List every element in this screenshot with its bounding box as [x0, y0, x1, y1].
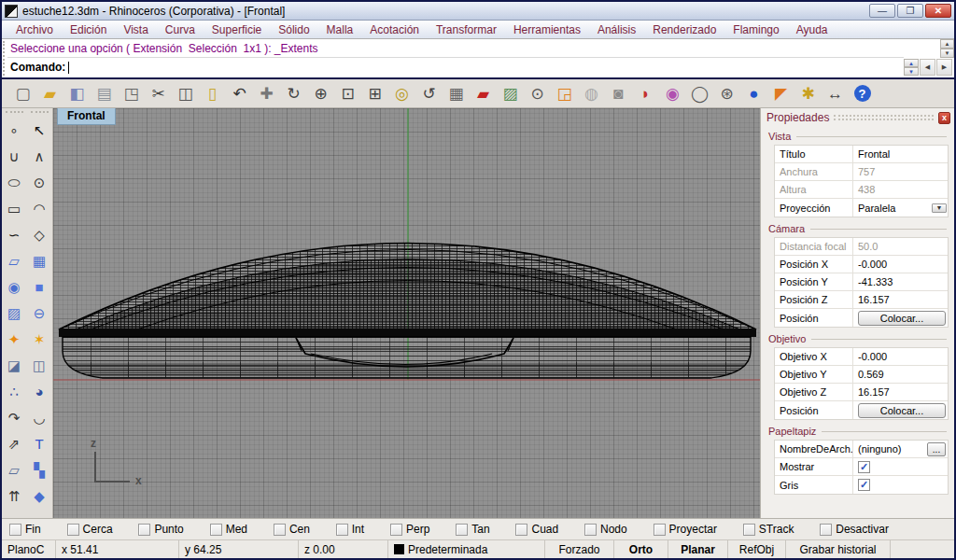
circle-icon[interactable]: ⊙ [27, 169, 51, 195]
mesh-sphere-icon[interactable]: ⊛ [713, 81, 740, 105]
curve-handle-icon[interactable]: ∽ [2, 221, 26, 247]
fillet-icon[interactable]: ✶ [27, 326, 51, 352]
osnap-toggle[interactable]: Cen [274, 523, 310, 536]
freeform-curve-icon[interactable]: ∪ [2, 143, 26, 169]
circle-center-icon[interactable]: ⊙ [524, 81, 551, 105]
trim-icon[interactable]: ◪ [2, 352, 26, 378]
menu-item[interactable]: Análisis [589, 21, 644, 38]
zoom-extents-icon[interactable]: ⊞ [361, 81, 388, 105]
osnap-toggle[interactable]: Med [210, 523, 247, 536]
layer-pane[interactable]: Predeterminada [388, 540, 545, 558]
rotate-view-icon[interactable]: ↻ [280, 81, 307, 105]
sidebar-grip[interactable] [31, 111, 49, 116]
text-icon[interactable]: T [27, 430, 51, 456]
menu-item[interactable]: Ayuda [788, 21, 836, 38]
osnap-toggle[interactable]: Cuad [515, 523, 558, 536]
render-style-icon[interactable]: ◗ [632, 81, 659, 105]
osnap-checkbox[interactable] [654, 524, 666, 536]
curve-edit-icon[interactable]: ↷ [2, 404, 26, 430]
command-nav-left-icon[interactable]: ◀ [920, 59, 935, 76]
red-car-icon[interactable]: ▰ [470, 81, 497, 105]
osnap-checkbox[interactable] [515, 524, 527, 536]
menu-item[interactable]: Malla [318, 21, 362, 38]
mostrar-checkbox[interactable]: ✓ [858, 461, 870, 473]
command-nav-right-icon[interactable]: ▶ [936, 59, 952, 76]
menu-item[interactable]: Herramientas [505, 21, 589, 38]
zoom-in-icon[interactable]: ⊕ [307, 81, 334, 105]
osnap-toggle[interactable]: Int [336, 523, 364, 536]
lamp-icon[interactable]: ◍ [578, 81, 605, 105]
undo-icon[interactable]: ↶ [226, 81, 253, 105]
dimension-icon[interactable]: ↔ [822, 81, 849, 105]
paste-clipboard-icon[interactable]: ▯ [199, 81, 226, 105]
explode-icon[interactable]: ✦ [2, 326, 26, 352]
undo-view-icon[interactable]: ↺ [415, 81, 443, 105]
refobj-toggle[interactable]: RefObj [728, 540, 786, 558]
osnap-checkbox[interactable] [456, 524, 468, 536]
ellipse-icon[interactable]: ⬭ [2, 169, 26, 195]
gris-checkbox[interactable]: ✓ [858, 479, 870, 491]
polygon-icon[interactable]: ◇ [27, 221, 51, 247]
flag-cone-icon[interactable]: ◤ [767, 81, 794, 105]
point-icon[interactable]: ∘ [2, 117, 26, 143]
color-wheel-icon[interactable]: ◉ [659, 81, 686, 105]
polyline-icon[interactable]: ∧ [27, 143, 51, 169]
menu-item[interactable]: Archivo [7, 21, 62, 38]
extrude-icon[interactable]: ⇈ [2, 483, 26, 509]
record-history-toggle[interactable]: Grabar historial [786, 540, 891, 558]
solid-box-icon[interactable]: ◆ [27, 483, 51, 509]
new-document-icon[interactable]: ▢ [9, 81, 36, 105]
annotate-objects-icon[interactable]: ◲ [551, 81, 578, 105]
history-scroll-down-icon[interactable]: ▼ [940, 49, 954, 58]
osnap-toggle[interactable]: Proyectar [654, 523, 717, 536]
osnap-toggle[interactable]: Punto [138, 523, 183, 536]
cplane-pane[interactable]: PlanoC [2, 540, 56, 558]
lock-icon[interactable]: ◙ [605, 81, 632, 105]
move-scale-icon[interactable]: ⇗ [2, 430, 26, 456]
gears-settings-icon[interactable]: ✱ [794, 81, 822, 105]
cplane-map-icon[interactable]: ▨ [497, 81, 524, 105]
viewport-layout-icon[interactable]: ▦ [443, 81, 470, 105]
blocks-icon[interactable]: ▚ [27, 456, 51, 483]
osnap-toggle[interactable]: Fin [9, 523, 41, 536]
colocar-target-button[interactable]: Colocar... [858, 403, 946, 418]
properties-grip[interactable] [834, 115, 934, 120]
history-scroll-up-icon[interactable]: ▲ [940, 39, 954, 49]
revolve-surface-icon[interactable]: ⊖ [27, 300, 51, 326]
pan-hand-icon[interactable]: ✚ [253, 81, 280, 105]
colocar-camera-button[interactable]: Colocar... [858, 311, 946, 326]
open-folder-icon[interactable]: ▰ [36, 81, 63, 105]
proyeccion-dropdown-icon[interactable]: ▼ [932, 203, 947, 213]
wireframe-sphere-icon[interactable]: ◯ [686, 81, 713, 105]
orto-toggle[interactable]: Orto [614, 540, 668, 558]
orient-icon[interactable]: ▱ [2, 456, 26, 483]
split-icon[interactable]: ◫ [27, 352, 51, 378]
menu-item[interactable]: Superficie [204, 21, 270, 38]
menu-item[interactable]: Transformar [428, 21, 505, 38]
zoom-selected-icon[interactable]: ◎ [388, 81, 415, 105]
cut-scissors-icon[interactable]: ✂ [145, 81, 172, 105]
command-grip[interactable] [3, 41, 7, 76]
save-icon[interactable]: ◧ [63, 81, 91, 105]
layer-colors-icon[interactable]: ∴ [2, 378, 26, 404]
osnap-toggle[interactable]: Perp [390, 523, 429, 536]
patch-surface-icon[interactable]: ▨ [2, 300, 26, 326]
forzado-toggle[interactable]: Forzado [545, 540, 614, 558]
osnap-checkbox[interactable] [210, 524, 222, 536]
osnap-checkbox[interactable] [9, 524, 21, 536]
restore-button[interactable]: ❐ [897, 4, 923, 18]
box-icon[interactable]: ■ [27, 273, 51, 300]
osnap-checkbox[interactable] [390, 524, 402, 536]
browse-file-button[interactable]: ... [927, 442, 946, 456]
osnap-checkbox[interactable] [67, 524, 79, 536]
planar-toggle[interactable]: Planar [668, 540, 728, 558]
menu-item[interactable]: Acotación [361, 21, 428, 38]
osnap-toggle[interactable]: Desactivar [820, 523, 889, 536]
osnap-checkbox[interactable] [743, 524, 755, 536]
menu-item[interactable]: Curva [157, 21, 204, 38]
rebuild-curve-icon[interactable]: ◡ [27, 404, 51, 430]
properties-close-icon[interactable]: x [938, 112, 950, 124]
menu-item[interactable]: Sólido [270, 21, 317, 38]
menu-item[interactable]: Flamingo [724, 21, 787, 38]
minimize-button[interactable]: — [869, 4, 895, 18]
